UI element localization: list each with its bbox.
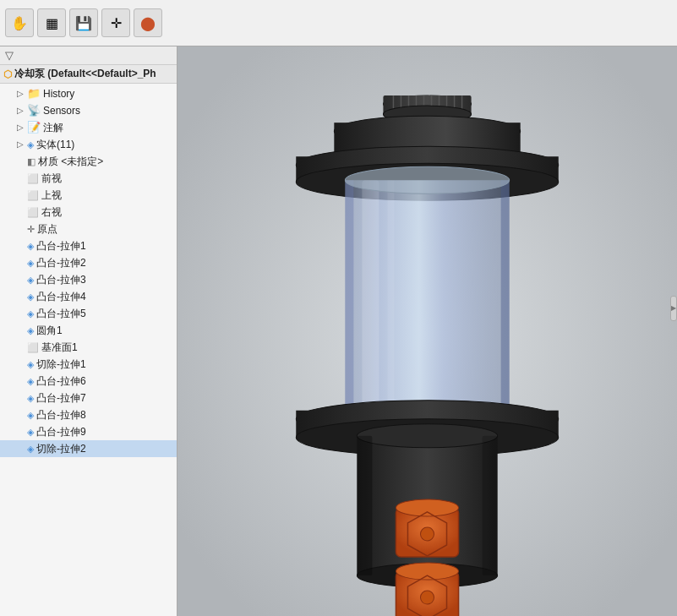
sidebar-item-material[interactable]: ◧ 材质 <未指定> bbox=[0, 153, 177, 170]
boss1-icon: ◈ bbox=[27, 238, 34, 253]
select-icon: ✋ bbox=[11, 15, 28, 31]
save-icon: 💾 bbox=[75, 15, 92, 31]
right-view-label: 右视 bbox=[41, 204, 62, 220]
cut1-label: 切除-拉伸1 bbox=[36, 357, 86, 372]
sidebar-item-boss4[interactable]: ◈ 凸台-拉伸4 bbox=[0, 288, 177, 305]
top-view-label: 上视 bbox=[41, 188, 62, 203]
svg-rect-42 bbox=[483, 436, 498, 575]
top-view-icon: ⬜ bbox=[27, 188, 39, 203]
sidebar-item-sketch1[interactable]: ⬜ 基准面1 bbox=[0, 339, 177, 356]
expand-arrow: ▷ bbox=[17, 137, 27, 152]
sketch1-label: 基准面1 bbox=[41, 340, 78, 355]
sidebar-item-solid[interactable]: ▷ ◈ 实体(11) bbox=[0, 136, 177, 153]
part-icon: ⬡ bbox=[3, 68, 12, 80]
root-item[interactable]: ⬡ 冷却泵 (Default<<Default>_Ph bbox=[0, 65, 177, 84]
sidebar-item-boss5[interactable]: ◈ 凸台-拉伸5 bbox=[0, 305, 177, 322]
filter-icon: ▽ bbox=[5, 49, 14, 62]
origin-label: 原点 bbox=[37, 221, 57, 237]
sidebar-item-sensors[interactable]: ▷ 📡 Sensors bbox=[0, 102, 177, 119]
main-area: ▽ ⬡ 冷却泵 (Default<<Default>_Ph ▷ 📁 Histor… bbox=[0, 46, 677, 616]
svg-point-34 bbox=[396, 499, 458, 516]
svg-rect-24 bbox=[501, 180, 510, 417]
sidebar-item-boss3[interactable]: ◈ 凸台-拉伸3 bbox=[0, 271, 177, 288]
sidebar-item-boss9[interactable]: ◈ 凸台-拉伸9 bbox=[0, 423, 177, 440]
svg-point-38 bbox=[396, 563, 458, 580]
fillet1-label: 圆角1 bbox=[36, 323, 63, 338]
boss4-icon: ◈ bbox=[27, 289, 34, 304]
right-view-icon: ⬜ bbox=[27, 204, 39, 220]
fillet1-icon: ◈ bbox=[27, 323, 34, 338]
svg-rect-22 bbox=[387, 180, 394, 417]
solid-label: 实体(11) bbox=[36, 137, 74, 152]
boss5-icon: ◈ bbox=[27, 306, 34, 321]
sidebar-item-boss7[interactable]: ◈ 凸台-拉伸7 bbox=[0, 390, 177, 406]
boss1-label: 凸台-拉伸1 bbox=[36, 238, 86, 253]
select-tool-button[interactable]: ✋ bbox=[5, 8, 34, 37]
sketch-icon: ▦ bbox=[46, 15, 58, 31]
boss9-label: 凸台-拉伸9 bbox=[36, 424, 86, 439]
notes-label: 注解 bbox=[43, 120, 63, 135]
origin-icon: ✛ bbox=[27, 221, 35, 237]
svg-point-31 bbox=[357, 424, 497, 448]
3d-model-svg bbox=[177, 46, 677, 616]
boss2-label: 凸台-拉伸2 bbox=[36, 255, 86, 270]
sketch1-icon: ⬜ bbox=[27, 340, 39, 355]
cut2-icon: ◈ bbox=[27, 441, 34, 456]
boss6-icon: ◈ bbox=[27, 373, 34, 389]
boss2-icon: ◈ bbox=[27, 255, 34, 270]
svg-point-25 bbox=[345, 166, 509, 194]
boss7-label: 凸台-拉伸7 bbox=[36, 390, 86, 406]
move-icon: ✛ bbox=[111, 15, 122, 31]
boss3-label: 凸台-拉伸3 bbox=[36, 272, 86, 287]
sidebar-item-cut1[interactable]: ◈ 切除-拉伸1 bbox=[0, 356, 177, 373]
boss4-label: 凸台-拉伸4 bbox=[36, 289, 86, 304]
boss8-icon: ◈ bbox=[27, 407, 34, 422]
boss5-label: 凸台-拉伸5 bbox=[36, 306, 86, 321]
sidebar-item-boss2[interactable]: ◈ 凸台-拉伸2 bbox=[0, 254, 177, 271]
viewport[interactable] bbox=[177, 46, 677, 616]
toolbar: ✋ ▦ 💾 ✛ ⬤ bbox=[0, 0, 677, 46]
sensors-icon: 📡 bbox=[27, 103, 41, 118]
svg-point-40 bbox=[420, 591, 434, 604]
sketch-tool-button[interactable]: ▦ bbox=[37, 8, 66, 37]
expand-arrow: ▷ bbox=[17, 120, 27, 135]
cut1-icon: ◈ bbox=[27, 357, 34, 372]
svg-point-36 bbox=[420, 527, 434, 541]
history-label: History bbox=[43, 86, 74, 101]
sidebar-item-boss1[interactable]: ◈ 凸台-拉伸1 bbox=[0, 237, 177, 254]
sidebar-item-boss6[interactable]: ◈ 凸台-拉伸6 bbox=[0, 373, 177, 390]
boss8-label: 凸台-拉伸8 bbox=[36, 407, 86, 422]
appearance-button[interactable]: ⬤ bbox=[134, 8, 162, 37]
front-view-label: 前视 bbox=[41, 171, 62, 186]
cut2-label: 切除-拉伸2 bbox=[36, 441, 86, 456]
sidebar-item-top-view[interactable]: ⬜ 上视 bbox=[0, 187, 177, 204]
sidebar-filter: ▽ bbox=[0, 46, 177, 65]
sidebar-item-right-view[interactable]: ⬜ 右视 bbox=[0, 204, 177, 221]
sidebar-item-history[interactable]: ▷ 📁 History bbox=[0, 85, 177, 102]
root-label: 冷却泵 (Default<<Default>_Ph bbox=[14, 67, 156, 81]
sidebar-item-notes[interactable]: ▷ 📝 注解 bbox=[0, 119, 177, 136]
solid-icon: ◈ bbox=[27, 137, 34, 152]
sidebar-item-fillet1[interactable]: ◈ 圆角1 bbox=[0, 322, 177, 339]
front-view-icon: ⬜ bbox=[27, 171, 39, 186]
material-label: 材质 <未指定> bbox=[38, 154, 103, 169]
boss9-icon: ◈ bbox=[27, 424, 34, 439]
sidebar-item-front-view[interactable]: ⬜ 前视 bbox=[0, 170, 177, 187]
expand-arrow: ▷ bbox=[17, 103, 27, 118]
expand-arrow: ▷ bbox=[17, 86, 27, 101]
sidebar-item-boss8[interactable]: ◈ 凸台-拉伸8 bbox=[0, 406, 177, 423]
notes-icon: 📝 bbox=[27, 120, 41, 135]
sensors-label: Sensors bbox=[43, 103, 80, 118]
boss7-icon: ◈ bbox=[27, 390, 34, 406]
sidebar-item-cut2[interactable]: ◈ 切除-拉伸2 bbox=[0, 440, 177, 457]
boss6-label: 凸台-拉伸6 bbox=[36, 373, 86, 389]
svg-rect-23 bbox=[345, 180, 353, 417]
save-button[interactable]: 💾 bbox=[69, 8, 98, 37]
sidebar-item-origin[interactable]: ✛ 原点 bbox=[0, 221, 177, 237]
sidebar: ▽ ⬡ 冷却泵 (Default<<Default>_Ph ▷ 📁 Histor… bbox=[0, 46, 177, 616]
history-icon: 📁 bbox=[27, 86, 41, 101]
move-button[interactable]: ✛ bbox=[101, 8, 130, 37]
material-icon: ◧ bbox=[27, 154, 35, 169]
tree-container[interactable]: ▷ 📁 History ▷ 📡 Sensors ▷ 📝 注解 ▷ bbox=[0, 84, 177, 616]
boss3-icon: ◈ bbox=[27, 272, 34, 287]
